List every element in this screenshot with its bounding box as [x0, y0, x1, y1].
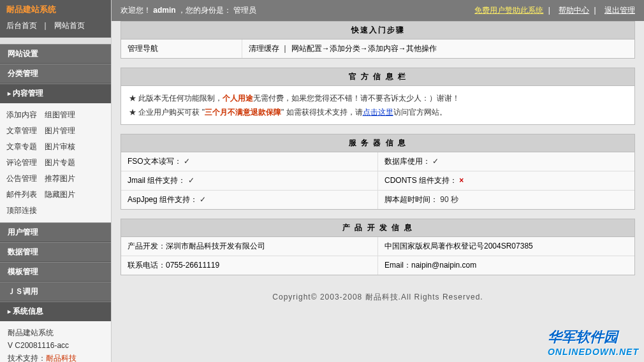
nav-sub-row: 顶部连接	[6, 203, 105, 219]
official-link[interactable]: 点击这里	[363, 108, 393, 117]
server-row: Jmail 组件支持： ✓CDONTS 组件支持： ×	[121, 171, 634, 191]
help-link[interactable]: 帮助中心	[559, 6, 589, 15]
nav-sub-item[interactable]: 文章管理	[6, 126, 37, 136]
check-icon: ✓	[188, 176, 194, 185]
quickstart-nav-label: 管理导航	[121, 40, 242, 58]
email-cell: Email：naipin@naipin.com	[378, 256, 634, 275]
welcome-prefix: 欢迎您！	[121, 6, 151, 15]
sys-name: 耐品建站系统	[8, 326, 103, 339]
username: admin	[153, 6, 175, 15]
label: Jmail 组件支持：	[128, 176, 186, 185]
highlight: 三个月不满意退款保障	[205, 108, 281, 117]
quickstart-panel: 快速入门步骤 管理导航 清理缓存 ｜ 网站配置→添加分类→添加内容→其他操作	[121, 21, 635, 59]
support-label: 技术支持：	[8, 354, 46, 362]
sys-support: 技术支持：耐品科技	[8, 352, 103, 362]
sys-version: V C20081116-acc	[8, 339, 103, 352]
nav-js-call[interactable]: ＪＳ调用	[0, 282, 111, 301]
value: 深圳市耐品科技开发有限公司	[166, 242, 265, 250]
product-title: 产 品 开 发 信 息	[121, 219, 634, 237]
nav-sub-item[interactable]: 隐藏图片	[45, 189, 75, 200]
quickstart-row: 管理导航 清理缓存 ｜ 网站配置→添加分类→添加内容→其他操作	[121, 40, 634, 58]
quickstart-steps: 清理缓存 ｜ 网站配置→添加分类→添加内容→其他操作	[242, 40, 634, 58]
value: 2004SR07385	[484, 242, 533, 250]
separator: ｜	[41, 21, 49, 30]
nav-sys-info[interactable]: 系统信息	[0, 301, 111, 321]
nav-sub-item[interactable]: 评论管理	[6, 157, 37, 168]
value: 0755-26611119	[166, 261, 219, 270]
value: naipin@naipin.com	[411, 261, 476, 270]
official-line2: ★ 企业用户购买可获 "三个月不满意退款保障" 如需获得技术支持，请点击这里访问…	[129, 105, 627, 119]
nav-sub-item[interactable]: 图片审核	[45, 141, 75, 152]
cross-icon: ×	[459, 176, 464, 185]
nav-content-sub: 添加内容组图管理文章管理图片管理文章专题图片审核评论管理图片专题公告管理推荐图片…	[0, 103, 111, 222]
label: 联系电话：	[128, 261, 166, 270]
text: 无需付费，如果您觉得还不错！请不要吝诉太少人：）谢谢！	[253, 94, 460, 103]
nav-site-settings[interactable]: 网站设置	[0, 44, 111, 64]
label: FSO文本读写：	[128, 157, 182, 166]
text: ★ 企业用户购买可获 "	[129, 108, 205, 117]
label: AspJpeg 组件支持：	[128, 195, 198, 204]
text: ★ 此版本无任何功能限制，	[129, 94, 223, 103]
support-link[interactable]: 耐品科技	[46, 354, 77, 362]
tel-cell: 联系电话：0755-26611119	[121, 256, 378, 275]
dev-cell: 产品开发：深圳市耐品科技开发有限公司	[121, 237, 378, 256]
nav-sub-item[interactable]: 图片专题	[45, 157, 75, 168]
topbar-right: 免费用户赞助此系统 | 帮助中心 | 退出管理	[471, 5, 635, 16]
nav-content-mgmt[interactable]: 内容管理	[0, 83, 111, 103]
text: 访问官方网站。	[393, 108, 447, 117]
official-title: 官 方 信 息 栏	[121, 68, 634, 86]
nav-sub-item[interactable]: 组图管理	[45, 110, 75, 120]
label: 数据库使用：	[384, 157, 430, 166]
nav-sub-row: 文章专题图片审核	[6, 139, 105, 155]
server-cell: CDONTS 组件支持： ×	[378, 171, 634, 190]
check-icon: ✓	[200, 195, 206, 204]
nav-category-mgmt[interactable]: 分类管理	[0, 64, 111, 83]
nav-sub-row: 邮件列表隐藏图片	[6, 187, 105, 203]
server-cell: Jmail 组件支持： ✓	[121, 171, 378, 190]
nav-sub-item[interactable]: 公告管理	[6, 173, 37, 184]
footer: Copyright© 2003-2008 耐品科技.All Rights Res…	[121, 284, 635, 310]
official-line1: ★ 此版本无任何功能限制，个人用途无需付费，如果您觉得还不错！请不要吝诉太少人：…	[129, 91, 627, 105]
sidebar-title: 耐品建站系统	[6, 4, 105, 18]
nav-sub-item[interactable]: 图片管理	[45, 126, 75, 136]
product-row: 产品开发：深圳市耐品科技开发有限公司 中国国家版权局著作权登记号2004SR07…	[121, 237, 634, 256]
label: 脚本超时时间：	[384, 195, 438, 204]
main: 欢迎您！ admin ，您的身份是： 管理员 免费用户赞助此系统 | 帮助中心 …	[112, 0, 644, 362]
label: CDONTS 组件支持：	[384, 176, 457, 185]
product-panel: 产 品 开 发 信 息 产品开发：深圳市耐品科技开发有限公司 中国国家版权局著作…	[121, 219, 635, 275]
nav-sub-item[interactable]: 文章专题	[6, 141, 37, 152]
quickstart-title: 快速入门步骤	[121, 22, 634, 40]
sponsor-link[interactable]: 免费用户赞助此系统	[474, 6, 543, 15]
role-prefix: ，您的身份是：	[178, 6, 231, 15]
logout-link[interactable]: 退出管理	[604, 6, 635, 15]
nav-user-mgmt[interactable]: 用户管理	[0, 222, 111, 242]
server-cell: AspJpeg 组件支持： ✓	[121, 191, 378, 209]
separator: |	[548, 6, 550, 15]
nav-sub-row: 添加内容组图管理	[6, 107, 105, 123]
label: 中国国家版权局著作权登记号	[384, 242, 484, 250]
check-icon: 90 秒	[440, 195, 458, 204]
nav-sub-item[interactable]: 顶部连接	[6, 205, 37, 216]
sidebar: 耐品建站系统 后台首页 ｜ 网站首页 网站设置 分类管理 内容管理 添加内容组图…	[0, 0, 112, 362]
frontend-home-link[interactable]: 网站首页	[54, 21, 85, 30]
topbar: 欢迎您！ admin ，您的身份是： 管理员 免费用户赞助此系统 | 帮助中心 …	[112, 0, 644, 21]
check-icon: ✓	[184, 157, 190, 166]
check-icon: ✓	[432, 157, 439, 166]
label: Email：	[384, 261, 411, 270]
nav-sub-row: 公告管理推荐图片	[6, 171, 105, 187]
backend-home-link[interactable]: 后台首页	[6, 21, 37, 30]
nav-sub-item[interactable]: 添加内容	[6, 110, 37, 120]
nav-template-mgmt[interactable]: 模板管理	[0, 262, 111, 282]
nav-sub-row: 文章管理图片管理	[6, 123, 105, 139]
nav-sub-item[interactable]: 推荐图片	[45, 173, 75, 184]
server-title: 服 务 器 信 息	[121, 134, 634, 152]
nav-sub-row: 评论管理图片专题	[6, 155, 105, 171]
nav-sub-item[interactable]: 邮件列表	[6, 189, 37, 200]
welcome-text: 欢迎您！ admin ，您的身份是： 管理员	[121, 5, 256, 16]
label: 产品开发：	[128, 242, 166, 250]
sidebar-header: 耐品建站系统 后台首页 ｜ 网站首页	[0, 0, 111, 38]
nav-data-mgmt[interactable]: 数据管理	[0, 242, 111, 262]
sidebar-topnav: 后台首页 ｜ 网站首页	[6, 18, 105, 34]
reg-cell: 中国国家版权局著作权登记号2004SR07385	[378, 237, 634, 256]
text: " 如需获得技术支持，请	[281, 108, 363, 117]
